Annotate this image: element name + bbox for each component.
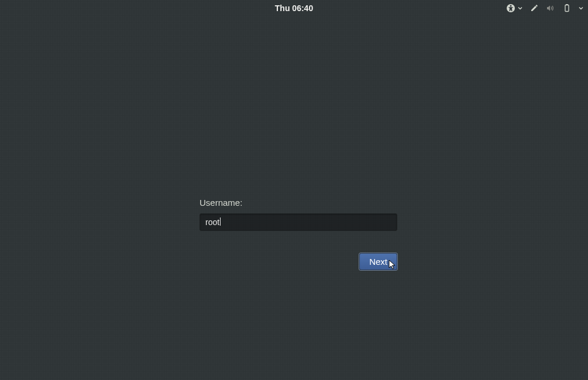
svg-rect-2 [565, 5, 569, 11]
color-picker-icon [529, 4, 539, 13]
svg-point-1 [510, 5, 512, 6]
accessibility-menu[interactable] [506, 4, 522, 13]
username-input[interactable] [200, 213, 397, 231]
next-button[interactable]: Next [359, 253, 397, 270]
top-bar: Thu 06:40 [0, 0, 588, 16]
username-label: Username: [200, 198, 397, 208]
chevron-down-icon [579, 6, 583, 11]
accessibility-icon [506, 4, 515, 13]
status-area[interactable] [529, 4, 583, 13]
svg-rect-3 [566, 4, 568, 5]
clock[interactable]: Thu 06:40 [275, 4, 313, 13]
volume-icon [546, 4, 555, 13]
chevron-down-icon [518, 6, 522, 11]
battery-icon [562, 4, 572, 13]
login-form: Username: root Next [200, 198, 397, 270]
system-tray [506, 0, 583, 16]
